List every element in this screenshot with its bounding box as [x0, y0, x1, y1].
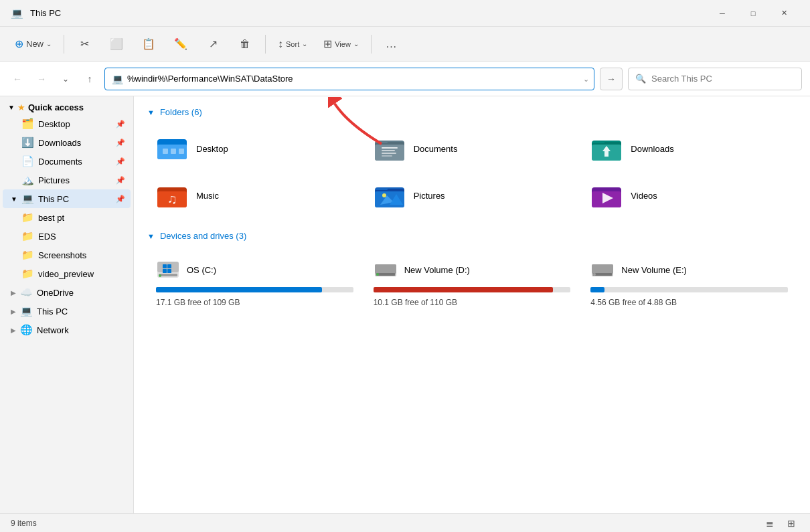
sidebar-onedrive-label: OneDrive	[37, 288, 125, 298]
folder-icon-vidprev: 📁	[21, 268, 34, 280]
sidebar-item-desktop[interactable]: 🗂️ Desktop 📌	[3, 114, 131, 133]
pin-icon: 📌	[116, 120, 125, 128]
share-button[interactable]: ↗	[198, 29, 228, 59]
sidebar-this-pc-label: This PC	[38, 194, 112, 204]
sidebar-item-this-pc[interactable]: ▼ 💻 This PC 📌	[3, 189, 131, 208]
more-label: ...	[386, 38, 397, 50]
sort-label: Sort	[286, 40, 299, 48]
toolbar: ⊕ New ⌄ ✂ ⬜ 📋 ✏️ ↗ 🗑 ↕ Sort ⌄ ⊞ View ⌄ .…	[0, 27, 810, 62]
folders-grid: Desktop Documents	[147, 126, 797, 217]
sidebar-item-onedrive[interactable]: ▶ ☁️ OneDrive	[3, 283, 131, 302]
copy-icon: ⬜	[110, 37, 123, 50]
folders-section-header[interactable]: ▼ Folders (6)	[147, 107, 797, 117]
downloads-folder-icon	[590, 132, 623, 165]
view-button[interactable]: ⊞ View ⌄	[317, 29, 366, 59]
titlebar: 💻 This PC ─ □ ✕	[0, 0, 810, 27]
search-box[interactable]: 🔍	[628, 68, 802, 90]
sidebar-item-pictures[interactable]: 🏔️ Pictures 📌	[3, 171, 131, 189]
sort-button[interactable]: ↕ Sort ⌄	[271, 29, 314, 59]
sidebar-item-network[interactable]: ▶ 🌐 Network	[3, 321, 131, 339]
drives-section-header[interactable]: ▼ Devices and drives (3)	[147, 231, 797, 241]
drive-c-header: OS (C:)	[156, 258, 353, 282]
drive-item-d[interactable]: New Volume (D:) 10.1 GB free of 110 GB	[365, 250, 580, 315]
sidebar-screenshots-label: Screenshots	[38, 250, 125, 260]
drive-c-info: 17.1 GB free of 109 GB	[156, 298, 353, 307]
svg-rect-11	[382, 155, 392, 157]
folders-chevron-icon: ▼	[147, 108, 155, 116]
cut-button[interactable]: ✂	[70, 29, 99, 59]
up-button[interactable]: ↑	[80, 70, 99, 88]
new-icon: ⊕	[15, 37, 23, 50]
maximize-button[interactable]: □	[738, 0, 768, 27]
pin-icon-doc: 📌	[116, 157, 125, 166]
large-icons-button[interactable]: ⊞	[783, 515, 799, 531]
sidebar-item-screenshots[interactable]: 📁 Screenshots	[3, 246, 131, 264]
svg-rect-41	[593, 273, 612, 276]
svg-point-43	[609, 273, 612, 276]
pin-icon-thispc: 📌	[116, 195, 125, 203]
quick-access-header[interactable]: ▼ ★ Quick access	[3, 100, 131, 114]
downloads-folder-name: Downloads	[631, 144, 673, 154]
addressbar: ← → ⌄ ↑ 💻 ⌄ → 🔍	[0, 62, 810, 96]
address-input[interactable]	[127, 74, 572, 84]
back-button[interactable]: ←	[8, 70, 27, 88]
drive-e-info: 4.56 GB free of 4.88 GB	[590, 298, 788, 307]
folder-item-documents[interactable]: Documents	[365, 126, 580, 171]
svg-text:♫: ♫	[167, 191, 177, 206]
folder-icon-screenshots: 📁	[21, 249, 34, 261]
drive-e-header: New Volume (E:)	[590, 258, 788, 282]
svg-rect-28	[159, 274, 177, 276]
sidebar-desktop-label: Desktop	[38, 119, 112, 129]
recent-locations-button[interactable]: ⌄	[56, 70, 75, 88]
sidebar-downloads-label: Downloads	[38, 138, 112, 148]
content-area: ▼ Folders (6) Desktop	[134, 96, 810, 513]
thispc-nav-icon: 💻	[20, 305, 33, 317]
svg-rect-9	[382, 150, 395, 151]
statusbar: 9 items ≣ ⊞	[0, 513, 810, 532]
drive-item-e[interactable]: New Volume (E:) 4.56 GB free of 4.88 GB	[582, 250, 797, 315]
drive-d-name: New Volume (D:)	[404, 265, 470, 275]
minimize-button[interactable]: ─	[707, 0, 738, 27]
pin-icon-pic: 📌	[116, 176, 125, 185]
details-view-button[interactable]: ≣	[762, 515, 778, 531]
address-chevron-icon[interactable]: ⌄	[583, 74, 589, 83]
forward-button[interactable]: →	[32, 70, 51, 88]
documents-folder-name: Documents	[414, 144, 458, 154]
desktop-icon: 🗂️	[21, 118, 34, 130]
go-button[interactable]: →	[600, 68, 623, 90]
new-button[interactable]: ⊕ New ⌄	[8, 29, 58, 59]
svg-rect-3	[163, 149, 168, 154]
titlebar-controls: ─ □ ✕	[707, 0, 799, 27]
copy-button[interactable]: ⬜	[102, 29, 131, 59]
drive-item-c[interactable]: OS (C:) 17.1 GB free of 109 GB	[147, 250, 362, 315]
search-input[interactable]	[651, 74, 795, 84]
address-box[interactable]: 💻 ⌄	[104, 68, 594, 90]
network-icon: 🌐	[20, 324, 33, 336]
rename-button[interactable]: ✏️	[166, 29, 195, 59]
new-label: New	[26, 39, 44, 49]
drive-e-bar	[590, 287, 604, 292]
svg-rect-31	[163, 269, 167, 273]
paste-button[interactable]: 📋	[134, 29, 163, 59]
sidebar-item-downloads[interactable]: ⬇️ Downloads 📌	[3, 133, 131, 152]
svg-rect-36	[376, 273, 395, 276]
drive-e-name: New Volume (E:)	[621, 265, 687, 275]
folder-item-videos[interactable]: Videos	[582, 173, 797, 217]
onedrive-icon: ☁️	[20, 286, 33, 298]
sidebar-item-thispc-nav[interactable]: ▶ 💻 This PC	[3, 302, 131, 321]
sidebar-item-documents[interactable]: 📄 Documents 📌	[3, 152, 131, 171]
folder-item-desktop[interactable]: Desktop	[147, 126, 362, 171]
sidebar-item-video-preview[interactable]: 📁 video_preview	[3, 264, 131, 283]
folder-item-pictures[interactable]: Pictures	[365, 173, 580, 217]
folder-item-downloads[interactable]: Downloads	[582, 126, 797, 171]
more-button[interactable]: ...	[377, 29, 406, 59]
drive-d-info: 10.1 GB free of 110 GB	[374, 298, 571, 307]
sidebar-item-eds[interactable]: 📁 EDS	[3, 227, 131, 246]
folder-item-music[interactable]: ♫ Music	[147, 173, 362, 217]
sidebar-eds-label: EDS	[38, 232, 125, 242]
delete-button[interactable]: 🗑	[230, 29, 260, 59]
sidebar-item-best-pt[interactable]: 📁 best pt	[3, 208, 131, 227]
statusbar-right: ≣ ⊞	[762, 515, 799, 531]
close-button[interactable]: ✕	[768, 0, 799, 27]
svg-rect-30	[167, 264, 171, 268]
